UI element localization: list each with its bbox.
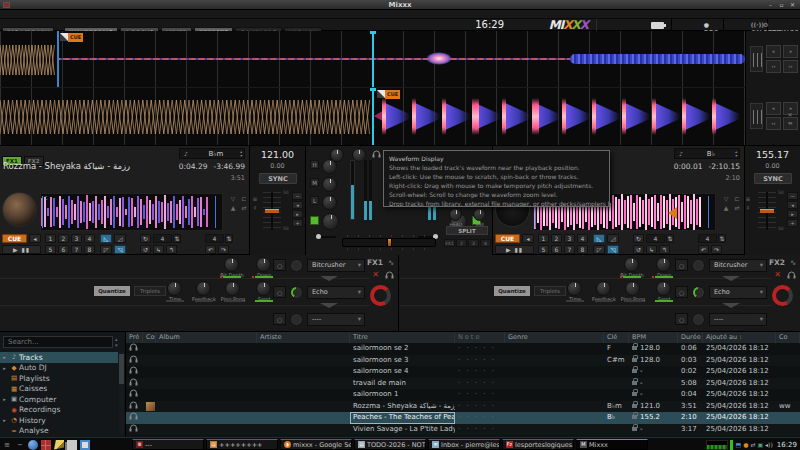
- rating-cell[interactable]: · · · · ·: [455, 412, 505, 424]
- app-menu-icon[interactable]: ≡: [2, 440, 12, 450]
- zoom-set-left-icon[interactable]: «: [766, 102, 781, 115]
- expander-icon[interactable]: ▸: [0, 354, 9, 360]
- fx-slot2-meta-knob[interactable]: [290, 286, 303, 299]
- bpm-cell[interactable]: 121.0: [629, 401, 678, 413]
- loop-halve-button[interactable]: ◺: [100, 234, 112, 243]
- fx-routing-icon[interactable]: ✕: [372, 270, 379, 279]
- sidebar-item-analyse[interactable]: ≈Analyse: [0, 426, 118, 437]
- fx-expand-icon[interactable]: ↔: [386, 258, 396, 268]
- updates-icon[interactable]: ⇄: [750, 440, 755, 450]
- bpm-lock-icon[interactable]: [632, 381, 637, 385]
- column-header-1[interactable]: Cou: [143, 332, 156, 343]
- image-viewer-icon[interactable]: [80, 440, 90, 450]
- preview-play-icon[interactable]: [126, 401, 143, 413]
- table-row[interactable]: sailormoon se 2· · · · ·F128.00:0625/04/…: [126, 343, 800, 355]
- column-header-2[interactable]: Album: [156, 332, 257, 343]
- waveform-zoom-slider[interactable]: [750, 103, 763, 129]
- rating-cell[interactable]: · · · · ·: [455, 378, 505, 390]
- pitch-up-button[interactable]: +: [787, 219, 798, 227]
- rating-cell[interactable]: · · · · ·: [455, 401, 505, 413]
- maximize-button[interactable]: ▫: [776, 1, 787, 9]
- sidebar-item-history[interactable]: ▸◔History: [0, 415, 118, 426]
- table-row[interactable]: sailormoon se 4· · · · ·-0:0225/04/2026 …: [126, 366, 800, 378]
- fx-slot3-power-button[interactable]: ○: [675, 313, 688, 325]
- pingpong-knob[interactable]: [225, 281, 240, 296]
- head-mix-knob[interactable]: [473, 208, 486, 221]
- beatjump-forward-button[interactable]: ↷: [218, 245, 229, 254]
- zoom-set-left-icon[interactable]: «: [766, 45, 781, 58]
- fx-slot3-select[interactable]: ----: [709, 313, 767, 326]
- sidebar-item-playlists[interactable]: ▤Playlists: [0, 373, 118, 384]
- close-button[interactable]: ✕: [787, 1, 798, 9]
- sidebar-item-caisses[interactable]: ▦Caisses: [0, 384, 118, 395]
- taskbar-window-filezilla[interactable]: Fzlesporteslogiques...: [502, 439, 574, 450]
- zoom-in-icon[interactable]: ››: [783, 60, 798, 73]
- hotcue-7-button[interactable]: 7: [71, 245, 82, 254]
- balance-slider[interactable]: [316, 236, 336, 238]
- fx-expand-icon[interactable]: ↔: [788, 258, 798, 268]
- fx-headphone-icon[interactable]: [787, 271, 796, 279]
- filter-knob[interactable]: [322, 213, 339, 230]
- fx-slot2-select[interactable]: Echo: [307, 286, 365, 299]
- hotcue-1-button[interactable]: 1: [45, 234, 56, 243]
- beatjump-back-button[interactable]: ↶: [698, 245, 709, 254]
- hotcue-7-button[interactable]: 7: [564, 245, 575, 254]
- loop-out-button[interactable]: ◹: [607, 245, 619, 254]
- sync-button[interactable]: SYNC: [259, 173, 297, 184]
- bitdepth-knob[interactable]: [624, 257, 639, 272]
- triplets-button[interactable]: Triplets: [534, 286, 566, 296]
- fx2-button[interactable]: 2: [456, 239, 467, 247]
- column-header-10[interactable]: Ajouté au :: [703, 332, 776, 343]
- split-button[interactable]: SPLIT: [446, 226, 488, 235]
- preview-play-icon[interactable]: [126, 412, 143, 424]
- show-desktop-icon[interactable]: −: [15, 440, 25, 450]
- table-row[interactable]: Peaches - The Teaches of Pea...· · · · ·…: [126, 412, 800, 424]
- loop-size-spinbox[interactable]: 4: [153, 234, 172, 243]
- cpu-graph-icon[interactable]: [706, 440, 728, 450]
- pitch-slider[interactable]: [758, 192, 776, 230]
- hotcue-1-button[interactable]: 1: [538, 234, 549, 243]
- send-knob[interactable]: [656, 281, 671, 296]
- hotcue-2-button[interactable]: 2: [58, 234, 69, 243]
- waveform-sync-icons[interactable]: ✕≈: [783, 111, 797, 127]
- minimize-button[interactable]: –: [765, 1, 776, 9]
- beatjump-size-spinbox[interactable]: 4: [205, 234, 224, 243]
- fx3-button[interactable]: 3: [468, 239, 479, 247]
- pfl-button[interactable]: [310, 216, 319, 225]
- taskbar-window-mail[interactable]: ✉Inbox - pierre@les...: [428, 439, 500, 450]
- bpm-lock-icon[interactable]: [632, 369, 637, 373]
- deck2-waveform[interactable]: CUE: [0, 88, 745, 145]
- hotcue-8-button[interactable]: 8: [577, 245, 588, 254]
- crossfader[interactable]: [342, 238, 436, 247]
- jump-to-start-button[interactable]: ◂: [29, 234, 41, 243]
- sidebar-item-computer[interactable]: ▸▣Computer: [0, 394, 118, 405]
- table-row[interactable]: Vivien Savage - La P'tite Lady ...· · · …: [126, 424, 800, 436]
- pitch-up-button[interactable]: +: [292, 219, 303, 227]
- hotcue-4-button[interactable]: 4: [84, 234, 95, 243]
- table-row[interactable]: sailormoon 1· · · · ·-0:0425/04/2026 18:…: [126, 389, 800, 401]
- title-bar[interactable]: Mixxx – ▫ ✕: [0, 0, 800, 10]
- time-knob[interactable]: [567, 281, 582, 296]
- rating-cell[interactable]: · · · · ·: [455, 424, 505, 436]
- taskbar-window-media-player[interactable]: ≣---: [132, 439, 204, 450]
- fx-slot3-power-button[interactable]: ○: [273, 313, 286, 325]
- fx-super-knob[interactable]: [370, 285, 391, 306]
- fx1-button[interactable]: FX1: [444, 239, 455, 247]
- bpm-cell[interactable]: -: [629, 366, 678, 378]
- loop-out-marker-button[interactable]: ↰: [166, 245, 177, 254]
- fx-slot3-meta-knob[interactable]: [290, 313, 303, 326]
- fx-headphone-icon[interactable]: [385, 271, 394, 279]
- quantize-button[interactable]: Quantize: [494, 286, 530, 296]
- reloop-button[interactable]: ↺: [140, 245, 151, 254]
- table-row[interactable]: sailormoon se 3· · · · ·C#m128.00:0325/0…: [126, 355, 800, 367]
- bpm-cell[interactable]: 155.2: [629, 412, 678, 424]
- taskbar-window-book[interactable]: ▤++++++++: [206, 439, 278, 450]
- eject-icon[interactable]: ▲: [228, 204, 238, 212]
- slip-icon[interactable]: ⊏: [732, 195, 742, 203]
- cue-button[interactable]: CUE: [495, 234, 520, 243]
- eq-low-knob[interactable]: [322, 195, 337, 210]
- keylock-icon[interactable]: ♯: [743, 204, 753, 212]
- deck1-volume-fader[interactable]: [350, 160, 355, 220]
- send-knob[interactable]: [256, 281, 271, 296]
- sidebar-item-tracks[interactable]: ▸♪Tracks: [0, 352, 118, 363]
